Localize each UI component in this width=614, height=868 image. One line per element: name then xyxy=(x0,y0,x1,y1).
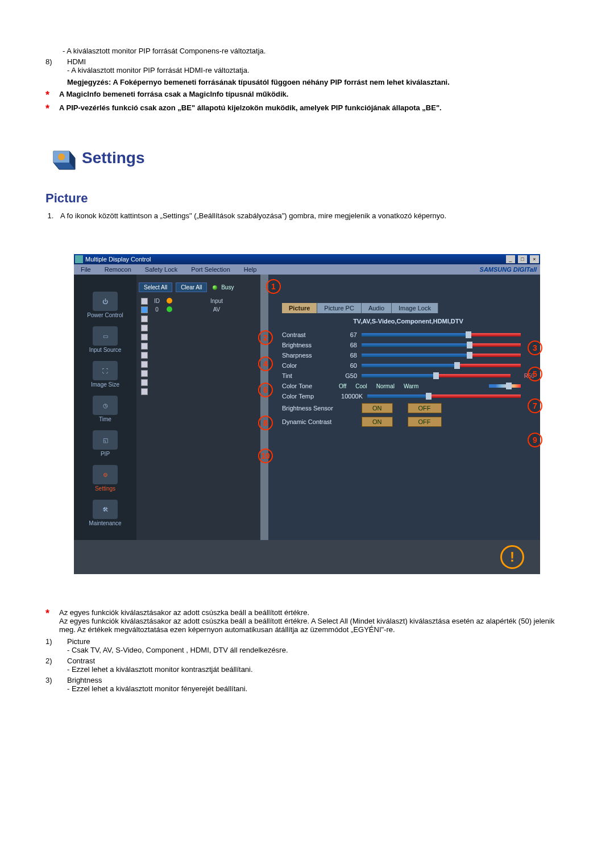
tab-audio[interactable]: Audio xyxy=(362,303,392,313)
sidebar-item-pip[interactable]: ◱ PIP xyxy=(74,430,136,457)
bottom-strip: ! xyxy=(74,540,540,574)
row-checkbox[interactable] xyxy=(141,334,148,340)
tab-picture-pc[interactable]: Picture PC xyxy=(317,303,362,313)
callout-3: 3 xyxy=(528,340,542,355)
brightness-sensor-label: Brightness Sensor xyxy=(282,405,357,412)
footnote-item: 2)Contrast- Ezzel lehet a kiválasztott m… xyxy=(45,657,569,674)
settings-cube-icon xyxy=(45,142,77,174)
star-text: A MagicInfo bemeneti forrása csak a Magi… xyxy=(59,90,569,100)
colortone-slider[interactable] xyxy=(489,384,521,388)
modes-label: TV,AV,S-Video,Component,HDMI,DTV xyxy=(282,318,534,325)
close-button[interactable]: × xyxy=(530,255,539,263)
slider-row-brightness: Brightness68 xyxy=(282,342,534,348)
footnote-label: Contrast xyxy=(67,657,569,665)
colortemp-slider[interactable] xyxy=(367,394,521,398)
slider-track[interactable] xyxy=(362,364,521,367)
slider-track[interactable] xyxy=(362,333,521,337)
row-checkbox[interactable] xyxy=(141,388,148,395)
sidebar-item-power-control[interactable]: ⏻ Power Control xyxy=(74,292,136,318)
brightness-sensor-on[interactable]: ON xyxy=(362,403,393,413)
menu-safety-lock[interactable]: Safety Lock xyxy=(138,264,184,275)
dynamic-contrast-off[interactable]: OFF xyxy=(408,417,442,427)
row-input: AV xyxy=(175,306,258,314)
list-label: HDMI xyxy=(67,57,569,66)
device-row-empty xyxy=(139,315,258,324)
callout-6: 6 xyxy=(258,383,273,397)
sidebar-item-image-size[interactable]: ⛶ Image Size xyxy=(74,361,136,388)
brand-label: SAMSUNG DIGITall xyxy=(473,264,540,275)
callout-9: 9 xyxy=(528,433,542,447)
star-note-bottom: * Az egyes funkciók kiválasztásakor az a… xyxy=(45,608,569,634)
sidebar: ⏻ Power Control ▭ Input Source ⛶ Image S… xyxy=(74,275,136,540)
sidebar-label: Settings xyxy=(74,485,136,492)
sidebar-label: Maintenance xyxy=(74,520,136,526)
callout-10: 10 xyxy=(258,448,273,463)
slider-value: 68 xyxy=(334,342,362,348)
sidebar-item-time[interactable]: ◷ Time xyxy=(74,396,136,422)
footnote-body: - Ezzel lehet a kiválasztott monitor kon… xyxy=(67,665,569,674)
menu-file[interactable]: File xyxy=(74,264,98,275)
tint-slider[interactable] xyxy=(362,374,511,377)
colortemp-label: Color Temp xyxy=(282,393,334,400)
window-title: Multiple Display Control xyxy=(85,256,151,263)
dynamic-contrast-label: Dynamic Contrast xyxy=(282,418,357,425)
maximize-button[interactable]: □ xyxy=(518,255,527,263)
settings-icon: ⚙ xyxy=(93,465,118,484)
slider-label: Brightness xyxy=(282,342,334,348)
tab-image-lock[interactable]: Image Lock xyxy=(392,303,438,313)
slider-track[interactable] xyxy=(362,354,521,357)
sidebar-label: Power Control xyxy=(74,312,136,318)
list-num: 8) xyxy=(45,57,67,86)
sidebar-item-maintenance[interactable]: 🛠 Maintenance xyxy=(74,500,136,526)
colortone-opt: Warm xyxy=(404,383,418,389)
row-checkbox[interactable] xyxy=(141,379,148,386)
status-header-icon xyxy=(167,298,172,304)
row-checkbox[interactable] xyxy=(141,352,148,359)
clear-all-button[interactable]: Clear All xyxy=(176,283,207,292)
tint-label: Tint xyxy=(282,372,334,379)
sidebar-label: Image Size xyxy=(74,381,136,388)
row-checkbox[interactable] xyxy=(141,315,148,322)
row-checkbox[interactable] xyxy=(141,306,148,313)
svg-point-3 xyxy=(58,153,65,160)
header-checkbox[interactable]: ✓ xyxy=(141,298,148,305)
sidebar-label: Input Source xyxy=(74,347,136,353)
note-bold: Megjegyzés: A Foképernyo bemeneti forrás… xyxy=(67,78,569,86)
footnote-line-1: Az egyes funkciók kiválasztásakor az ado… xyxy=(59,608,569,617)
tab-picture[interactable]: Picture xyxy=(282,303,317,313)
device-row-empty xyxy=(139,351,258,360)
callout-7: 7 xyxy=(528,398,542,413)
device-row[interactable]: 0AV xyxy=(139,306,258,315)
row-checkbox[interactable] xyxy=(141,361,148,368)
menu-remocon[interactable]: Remocon xyxy=(98,264,138,275)
list-scrollbar[interactable] xyxy=(260,275,268,540)
star-icon: * xyxy=(45,90,59,100)
picture-step-1: A fo ikonok között kattintson a „Setting… xyxy=(56,211,569,220)
device-row-empty xyxy=(139,324,258,333)
slider-track[interactable] xyxy=(362,343,521,347)
row-checkbox[interactable] xyxy=(141,325,148,331)
header-id: ID xyxy=(150,298,164,305)
slider-label: Color xyxy=(282,362,334,369)
dynamic-contrast-on[interactable]: ON xyxy=(362,417,393,427)
settings-panel: 1 Picture Picture PC Audio Image Lock TV… xyxy=(268,275,540,540)
select-all-button[interactable]: Select All xyxy=(139,283,172,292)
menu-port-selection[interactable]: Port Selection xyxy=(184,264,237,275)
device-row-empty xyxy=(139,333,258,342)
sidebar-item-settings[interactable]: ⚙ Settings xyxy=(74,465,136,492)
picture-heading: Picture xyxy=(45,191,569,206)
menu-help[interactable]: Help xyxy=(237,264,264,275)
row-checkbox[interactable] xyxy=(141,343,148,350)
brightness-sensor-off[interactable]: OFF xyxy=(408,403,442,413)
brightness-sensor-row: Brightness Sensor ON OFF xyxy=(282,403,534,413)
device-list-panel: Select All Clear All Busy ✓ ID Input 0AV xyxy=(136,275,260,540)
callout-1: 1 xyxy=(266,279,281,294)
callout-5: 5 xyxy=(528,367,542,381)
slider-value: 67 xyxy=(334,331,362,338)
minimize-button[interactable]: _ xyxy=(506,255,515,263)
window-buttons[interactable]: _ □ × xyxy=(505,255,539,263)
star-icon: * xyxy=(45,608,59,634)
callout-8: 8 xyxy=(258,416,273,430)
row-checkbox[interactable] xyxy=(141,370,148,377)
sidebar-item-input-source[interactable]: ▭ Input Source xyxy=(74,326,136,353)
